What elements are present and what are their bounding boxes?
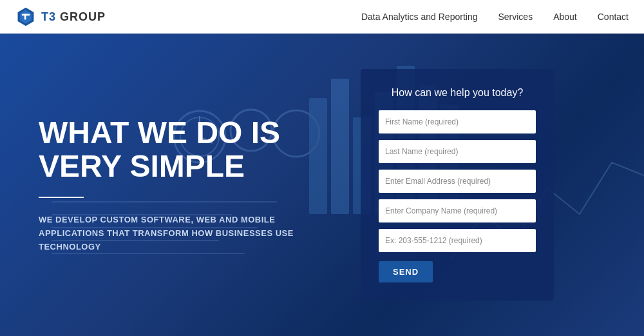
form-title: How can we help you today?	[379, 87, 536, 99]
navbar: T3 GROUP Data Analytics and Reporting Se…	[0, 0, 644, 34]
hero-divider	[39, 197, 84, 198]
hero-headline: WHAT WE DO IS VERY SIMPLE	[39, 116, 322, 184]
hero-subtext: WE DEVELOP CUSTOM SOFTWARE, WEB AND MOBI…	[39, 213, 322, 253]
nav-data-analytics[interactable]: Data Analytics and Reporting	[361, 12, 478, 22]
contact-form-panel: How can we help you today? SEND	[361, 69, 554, 301]
last-name-input[interactable]	[379, 140, 536, 163]
first-name-input[interactable]	[379, 110, 536, 133]
svg-rect-3	[24, 14, 26, 20]
nav-links: Data Analytics and Reporting Services Ab…	[361, 11, 629, 23]
hero-section: WHAT WE DO IS VERY SIMPLE WE DEVELOP CUS…	[0, 34, 644, 336]
logo-icon	[15, 6, 36, 27]
phone-input[interactable]	[379, 229, 536, 252]
email-input[interactable]	[379, 170, 536, 193]
logo[interactable]: T3 GROUP	[15, 6, 106, 27]
nav-contact[interactable]: Contact	[598, 12, 629, 22]
nav-services[interactable]: Services	[498, 12, 533, 22]
hero-content: WHAT WE DO IS VERY SIMPLE WE DEVELOP CUS…	[0, 116, 361, 254]
logo-text: T3 GROUP	[41, 10, 106, 24]
send-button[interactable]: SEND	[379, 261, 433, 282]
nav-about[interactable]: About	[553, 12, 577, 22]
company-input[interactable]	[379, 199, 536, 222]
